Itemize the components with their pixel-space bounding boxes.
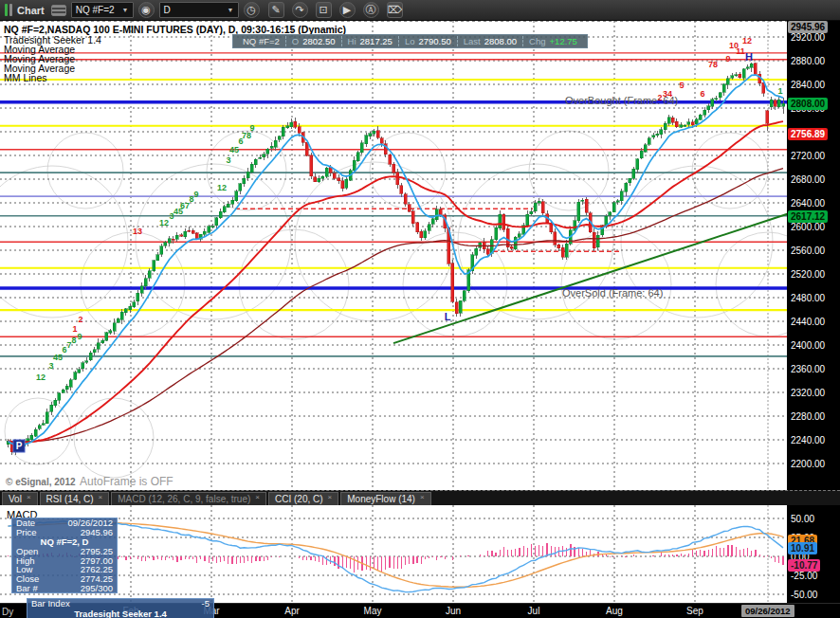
close-icon[interactable]: × — [328, 493, 333, 501]
tab-rsi[interactable]: RSI (14, C)× — [40, 492, 110, 505]
time-axis-partial-text: Dy — [2, 607, 13, 617]
price-tick-label: 2680.00 — [791, 174, 825, 185]
quote-field-label: Last — [464, 36, 481, 46]
price-chart-canvas[interactable]: PLH1234567891213123456789123456789234567… — [0, 21, 840, 490]
annotation-icon: ⊡ — [319, 4, 327, 16]
play-button[interactable]: ▶ — [339, 2, 356, 18]
close-icon[interactable]: × — [27, 493, 31, 501]
tooltip-row-value: 2945.96 — [81, 528, 113, 537]
svg-text:2: 2 — [78, 315, 82, 324]
svg-text:P: P — [16, 441, 23, 451]
svg-text:8: 8 — [71, 336, 76, 345]
draw-pencil-icon: ✎ — [271, 4, 280, 16]
svg-text:12: 12 — [159, 218, 169, 227]
symbol-search-button[interactable]: ◉ — [138, 2, 155, 18]
quote-field: Hi2817.25 — [341, 36, 398, 46]
chart-window: Chart NQ #F=2 ▼ ◉ D ▼ ◷ ✎↷⊡▶Ⓐ⌦ PLH123456… — [0, 0, 840, 618]
price-tick-label: 2280.00 — [791, 411, 825, 422]
symbol-search-icon: ◉ — [141, 4, 151, 16]
eraser-button[interactable]: ⌦ — [387, 2, 404, 18]
price-tick-label: 2360.00 — [791, 364, 825, 374]
svg-text:9: 9 — [193, 190, 198, 199]
auto-icon: Ⓐ — [366, 4, 376, 16]
macd-axis[interactable]: 50.0025.000.00-25.00-50.0021.6810.91-10.… — [787, 505, 840, 603]
macd-value-badge: 10.91 — [788, 542, 817, 554]
drawing-tools: ✎↷⊡▶Ⓐ⌦ — [268, 2, 404, 18]
close-icon[interactable]: × — [255, 493, 260, 501]
svg-text:12: 12 — [742, 36, 752, 45]
tab-label: CCI (20, C) — [275, 494, 323, 504]
quote-field: NQ #F=2 — [237, 36, 285, 46]
price-axis[interactable]: 2945.96 2920.002880.002840.002800.002760… — [787, 21, 840, 490]
quote-field: Last2808.00 — [457, 36, 522, 46]
month-label-apr: Apr — [284, 606, 300, 616]
macd-canvas[interactable] — [0, 505, 840, 603]
time-template-button[interactable]: ◷ — [244, 2, 260, 18]
price-level-badge: 2756.89 — [788, 128, 828, 140]
data-tooltip-footer: Bar Index-5Tradesight Seeker 1.4 — [27, 598, 214, 618]
price-tick-label: 2600.00 — [791, 222, 825, 232]
toolbar: Chart NQ #F=2 ▼ ◉ D ▼ ◷ ✎↷⊡▶Ⓐ⌦ — [0, 0, 840, 21]
svg-text:12: 12 — [217, 183, 227, 192]
gray-bar-icon — [9, 4, 12, 16]
svg-text:1: 1 — [777, 86, 782, 96]
month-label-may: May — [364, 606, 382, 616]
price-tick-label: 2560.00 — [791, 245, 825, 256]
quote-field-label: O — [292, 36, 299, 46]
tooltip-row: Bar Index-5 — [27, 599, 213, 609]
quote-field-label: Chg — [529, 36, 545, 46]
svg-text:12: 12 — [36, 373, 46, 382]
svg-text:3: 3 — [226, 155, 230, 165]
tooltip-row-value: -5 — [202, 599, 210, 609]
svg-text:3: 3 — [48, 361, 53, 371]
symbol-combo[interactable]: NQ #F=2 ▼ — [71, 2, 134, 18]
quote-field-value: 2802.50 — [302, 36, 335, 46]
price-tick-label: 2400.00 — [791, 340, 825, 351]
macd-tick-label: -25.00 — [791, 571, 817, 581]
chevron-down-icon: ▼ — [228, 7, 234, 13]
price-tick-label: 2720.00 — [791, 151, 825, 161]
symbol-combo-value: NQ #F=2 — [76, 5, 115, 15]
quote-field-value: NQ #F=2 — [243, 36, 280, 46]
interval-combo[interactable]: D ▼ — [159, 2, 239, 18]
close-icon[interactable]: × — [99, 493, 103, 501]
month-label-sep: Sep — [686, 606, 703, 616]
month-label-aug: Aug — [606, 606, 623, 616]
auto-button[interactable]: Ⓐ — [363, 2, 379, 18]
price-level-badge: 2617.12 — [788, 210, 828, 223]
close-icon[interactable]: × — [420, 493, 425, 501]
quote-field-value: +12.75 — [550, 36, 577, 46]
eraser-icon: ⌦ — [388, 4, 403, 16]
tab-label: RSI (14, C) — [46, 494, 94, 504]
indicator-tabs: Vol×RSI (14, C)×MACD (12, 26, C, 9, fals… — [0, 490, 840, 505]
tab-moneyflow[interactable]: MoneyFlow (14)× — [340, 492, 430, 505]
macd-tick-label: 50.00 — [791, 514, 814, 524]
quote-field-value: 2817.25 — [360, 36, 393, 46]
price-tick-label: 2520.00 — [791, 269, 825, 280]
svg-text:H: H — [745, 51, 753, 63]
svg-text:45: 45 — [229, 145, 239, 154]
price-tick-label: 2320.00 — [791, 388, 825, 398]
svg-text:1: 1 — [72, 324, 77, 334]
svg-text:34: 34 — [663, 89, 672, 99]
tab-macd[interactable]: MACD (12, 26, C, 9, false, true)× — [111, 492, 266, 505]
green-bar-icon — [5, 4, 8, 16]
tab-label: MACD (12, 26, C, 9, false, true) — [118, 494, 250, 504]
svg-text:6: 6 — [700, 89, 704, 99]
month-label-jul: Jul — [528, 606, 540, 616]
quote-field: Lo2790.50 — [398, 36, 457, 46]
tab-vol[interactable]: Vol× — [2, 492, 38, 505]
tooltip-row-value: 295/300 — [81, 584, 113, 593]
price-tick-label: 2480.00 — [791, 293, 825, 303]
annotation-button[interactable]: ⊡ — [316, 2, 332, 18]
quote-field-value: 2790.50 — [418, 36, 450, 46]
tab-cci[interactable]: CCI (20, C)× — [268, 492, 338, 505]
chevron-down-icon: ▼ — [122, 7, 129, 13]
tooltip-footer: Tradesight Seeker 1.4 — [27, 609, 213, 618]
redo-button[interactable]: ↷ — [292, 2, 308, 18]
interval-combo-value: D — [164, 5, 171, 15]
price-tick-label: 2200.00 — [791, 459, 825, 469]
draw-pencil-button[interactable]: ✎ — [268, 2, 284, 18]
tooltip-row-label: Price — [16, 528, 37, 537]
quote-bar[interactable]: NQ #F=2O2802.50Hi2817.25Lo2790.50Last280… — [232, 34, 588, 48]
